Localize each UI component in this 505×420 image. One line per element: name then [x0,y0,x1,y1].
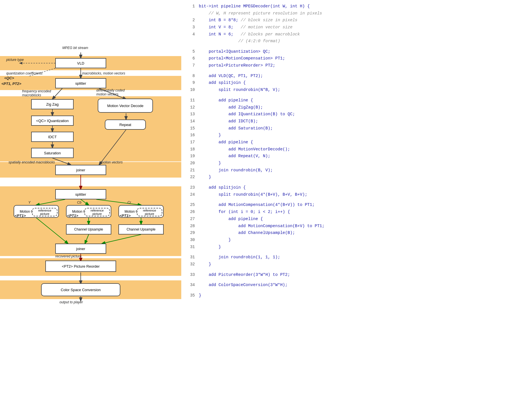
line-code: add ChannelUpsample(B); [199,230,295,236]
code-line-29: 29 add ChannelUpsample(B); [187,229,499,236]
line-num: 4 [187,31,195,38]
line-code: add ColorSpaceConversion(3*W*H); [199,282,287,288]
line-code: // W, H represent picture resolution in … [199,10,322,16]
line-code: } [199,160,221,166]
ref-pic-y: referencepicture [32,208,57,216]
line-num: 12 [187,104,195,111]
recovered-picture-label: recovered picture [55,254,82,258]
code-line-35: 35 } [187,292,499,299]
line-code: add splitjoin { [199,184,246,191]
line-code: add MotionCompensation(4*(B+V)) to PT1; [199,202,315,208]
line-code: add pipeline { [199,216,263,222]
code-line-22: 22 } [187,174,499,181]
code-line-1b: // W, H represent picture resolution in … [187,10,499,17]
line-num: 7 [187,62,195,69]
line-code: for (int i = 0; i < 2; i++) { [199,209,290,215]
line-code: add pipeline { [199,139,253,145]
line-code: add IDCT(B); [199,118,258,124]
freq-enc-label: frequency encodedmacroblocks [22,89,51,97]
saturation-node: Saturation [31,148,74,158]
line-code: bit->int pipeline MPEGDecoder(int W, int… [199,3,310,9]
code-line-10: 10 split roundrobin(N*B, V); [187,86,499,93]
ch-upsample-cr: Channel Upsample [118,224,164,234]
line-code: int V = 8; // motion vector size [199,24,293,30]
motion-vec-label: motion vectors [101,160,123,164]
line-code: join roundrobin(B, V); [199,167,273,173]
line-code: } [199,261,211,267]
line-code: } [199,292,201,299]
ch-upsample-cb: Channel Upsample [66,224,111,234]
code-line-5: 5 portal<IQuantization> QC; [187,48,499,55]
line-num: 23 [187,184,195,191]
line-code: add VLD(QC, PT1, PT2); [199,73,263,79]
mpeg-bitstream-label: MPEG bit stream [62,46,88,50]
line-num: 22 [187,174,195,180]
diff-coded-label: differentially codedmotion vectors [96,88,125,96]
line-num: 8 [187,73,195,79]
code-line-24: 24 split roundrobin(4*(B+V), B+V, B+V); [187,191,499,198]
line-num: 10 [187,87,195,93]
code-line-12: 12 add ZigZag(B); [187,104,499,111]
ref-pic-cr: referencepicture [137,208,162,216]
line-code: add PictureReorder(3*W*H) to PT2; [199,272,290,278]
line-num: 26 [187,209,195,215]
qc-portal-label: <QC> [4,76,14,80]
line-code: add pipeline { [199,97,253,103]
code-line-3: 3 int V = 8; // motion vector size [187,24,499,31]
picture-reorder-node: <PT2> Picture Reorder [45,261,116,272]
line-code: portal<MotionCompensation> PT1; [199,55,285,61]
repeat-node: Repeat [105,120,146,130]
quant-coeff-label: quantization coefficients [6,71,42,75]
code-line-33: 33 add PictureReorder(3*W*H) to PT2; [187,271,499,278]
line-code: split roundrobin(4*(B+V), B+V, B+V); [199,191,307,198]
line-num: 31 [187,254,195,261]
line-num: 34 [187,282,195,288]
line-num [187,10,195,10]
line-code: add ZigZag(B); [199,104,263,110]
code-line-11: 11 add pipeline { [187,97,499,104]
line-num: 17 [187,139,195,146]
code-line-21: 21 join roundrobin(B, V); [187,167,499,174]
line-code: int N = 6; // blocks per macroblock [199,31,300,37]
line-num: 21 [187,167,195,174]
line-code: } [199,237,231,243]
line-code: int B = 8*8; // block size in pixels [199,17,297,23]
diagram-panel: MPEG bit stream picture type quantizatio… [0,0,181,420]
line-num: 20 [187,160,195,167]
joiner2-node: joiner [55,244,106,254]
macroblock-mv-label: macroblocks, motion vectors [82,71,125,75]
code-line-14: 14 add IDCT(B); [187,118,499,125]
code-line-16: 16 } [187,132,499,139]
code-line-25: 25 add MotionCompensation(4*(B+V)) to PT… [187,201,499,208]
joiner1-node: joiner [55,165,106,175]
code-line-34: 34 add ColorSpaceConversion(3*W*H); [187,282,499,289]
line-code: add Repeat(V, N); [199,153,270,159]
code-line-23: 23 add splitjoin { [187,184,499,191]
line-code: } [199,244,221,250]
line-num: 19 [187,153,195,159]
line-num: 28 [187,223,195,229]
line-num: 32 [187,261,195,268]
line-num: 3 [187,24,195,31]
line-num: 6 [187,55,195,62]
zigzag-node: Zig Zag [31,99,74,109]
cb-label: Cb [77,201,81,204]
line-code: } [199,174,211,180]
pt1-cb-label: <PT1> [67,214,78,218]
idct-node: IDCT [31,132,74,142]
vld-node: VLD [55,58,106,68]
code-line-8: 8 add VLD(QC, PT1, PT2); [187,73,499,80]
line-code: add IQuantization(B) to QC; [199,111,295,117]
mvdecode-node: Motion Vector Decode [98,99,153,113]
line-num: 5 [187,48,195,55]
line-num: 18 [187,146,195,153]
picture-type-label: picture type [6,58,24,62]
pt1-y-label: <PT1> [15,214,26,218]
iquant-node: <QC> IQuantization [31,116,74,126]
line-code: add splitjoin { [199,80,246,86]
code-line-15: 15 add Saturation(B); [187,125,499,132]
code-line-26: 26 for (int i = 0; i < 2; i++) { [187,208,499,216]
cr-label: Cr [127,201,131,204]
line-num: 24 [187,191,195,198]
line-num: 11 [187,97,195,104]
